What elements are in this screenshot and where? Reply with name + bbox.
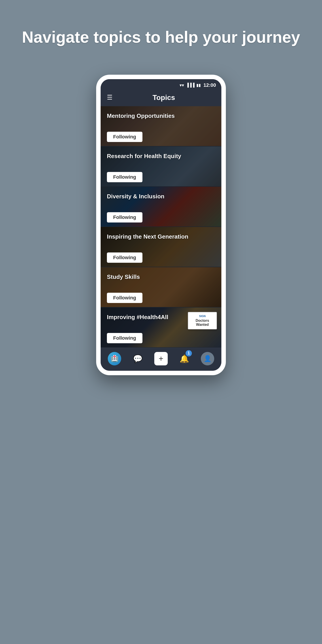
battery-icon: ▮▮ <box>196 83 201 88</box>
following-btn-study[interactable]: Following <box>107 293 142 303</box>
top-bar: ☰ Topics <box>100 90 222 106</box>
topic-card-study[interactable]: Study SkillsFollowing <box>100 267 222 308</box>
signal-icon: ▐▐▐ <box>186 83 194 88</box>
following-btn-research[interactable]: Following <box>107 172 142 182</box>
topics-list: Mentoring OpportunitiesFollowingResearch… <box>100 106 222 348</box>
topic-card-research[interactable]: Research for Health EquityFollowing <box>100 146 222 187</box>
topic-card-diversity[interactable]: Diversity & InclusionFollowing <box>100 187 222 227</box>
topic-title-inspiring: Inspiring the Next Generation <box>107 233 215 240</box>
nav-item-add[interactable]: + <box>154 352 168 366</box>
topic-card-mentoring[interactable]: Mentoring OpportunitiesFollowing <box>100 106 222 146</box>
following-btn-mentoring[interactable]: Following <box>107 132 142 142</box>
nav-icon-home: 🏥 <box>108 352 121 366</box>
topic-title-diversity: Diversity & Inclusion <box>107 193 215 200</box>
hamburger-icon[interactable]: ☰ <box>107 94 112 100</box>
following-btn-diversity[interactable]: Following <box>107 212 142 222</box>
page-header: Navigate topics to help your journey <box>0 0 322 66</box>
header-title: Navigate topics to help your journey <box>9 27 313 48</box>
nav-icon-add: + <box>154 352 168 366</box>
phone-wrapper: ▾▾ ▐▐▐ ▮▮ 12:00 ☰ Topics Mentoring Oppor… <box>96 75 226 375</box>
bottom-nav: 🏥💬+🔔1👤 <box>100 348 222 371</box>
topic-content-study: Study SkillsFollowing <box>100 267 222 307</box>
nav-item-messages[interactable]: 💬 <box>131 352 144 366</box>
following-btn-health[interactable]: Following <box>107 333 142 343</box>
topic-title-research: Research for Health Equity <box>107 153 215 160</box>
nav-item-profile[interactable]: 👤 <box>201 352 214 366</box>
status-time: 12:00 <box>204 82 216 88</box>
topic-title-mentoring: Mentoring Opportunities <box>107 112 215 120</box>
nav-icon-profile: 👤 <box>201 352 214 366</box>
topic-card-inspiring[interactable]: Inspiring the Next GenerationFollowing <box>100 227 222 267</box>
nav-icon-messages: 💬 <box>131 352 144 366</box>
nav-item-home[interactable]: 🏥 <box>108 352 121 366</box>
following-btn-inspiring[interactable]: Following <box>107 252 142 263</box>
topic-content-inspiring: Inspiring the Next GenerationFollowing <box>100 227 222 267</box>
top-bar-title: Topics <box>112 94 215 102</box>
topic-content-mentoring: Mentoring OpportunitiesFollowing <box>100 106 222 146</box>
nav-item-notifications[interactable]: 🔔1 <box>178 352 191 366</box>
topic-content-diversity: Diversity & InclusionFollowing <box>100 187 222 226</box>
topic-content-research: Research for Health EquityFollowing <box>100 146 222 186</box>
topic-card-health[interactable]: Improving #Health4AllFollowingSIGNDoctor… <box>100 308 222 348</box>
status-bar: ▾▾ ▐▐▐ ▮▮ 12:00 <box>100 79 222 90</box>
wifi-icon: ▾▾ <box>180 82 184 88</box>
topic-title-study: Study Skills <box>107 274 215 280</box>
doctors-wanted-sign: SIGNDoctors Wanted <box>188 312 217 330</box>
phone-screen: ▾▾ ▐▐▐ ▮▮ 12:00 ☰ Topics Mentoring Oppor… <box>100 79 222 371</box>
badge-notifications: 1 <box>186 350 192 356</box>
